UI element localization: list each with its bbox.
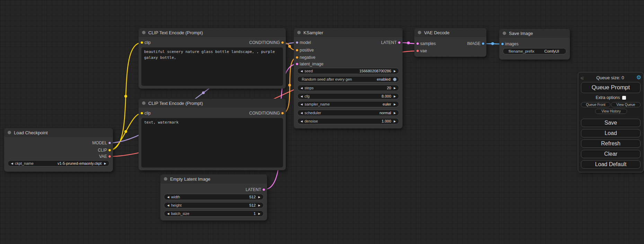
collapse-dot-icon[interactable] [297, 31, 301, 34]
prev-arrow-icon[interactable]: ◀ [300, 103, 303, 106]
seed-widget[interactable]: ◀ seed 156680208700286 ▶ [297, 68, 399, 74]
node-save-image[interactable]: Save Image images filename_prefix ComfyU… [499, 29, 570, 60]
node-title-bar[interactable]: Load Checkpoint [4, 128, 113, 137]
widget-value: 512 [249, 195, 256, 199]
input-slot-model[interactable] [295, 41, 299, 44]
collapse-dot-icon[interactable] [164, 177, 167, 181]
collapse-dot-icon[interactable] [142, 101, 145, 105]
widget-value: 512 [249, 203, 256, 207]
output-row-vae: VAE [4, 153, 113, 160]
output-slot-latent[interactable] [262, 188, 265, 191]
collapse-dot-icon[interactable] [8, 131, 11, 134]
next-arrow-icon[interactable]: ▶ [257, 212, 261, 215]
slot-row: clip CONDITIONING [139, 39, 286, 46]
view-queue-button[interactable]: View Queue [611, 102, 641, 107]
height-widget[interactable]: ◀ height 512 ▶ [164, 202, 264, 208]
prev-arrow-icon[interactable]: ◀ [166, 196, 170, 199]
ckpt-name-widget[interactable]: ◀ ckpt_name v1-5-pruned-emaonly.ckpt ▶ [8, 160, 109, 166]
widget-value: 1.000 [381, 119, 391, 123]
widget-label: steps [305, 86, 314, 90]
collapse-dot-icon[interactable] [503, 31, 506, 35]
node-title-bar[interactable]: VAE Decode [414, 28, 486, 37]
clear-button[interactable]: Clear [581, 150, 641, 158]
next-arrow-icon[interactable]: ▶ [393, 111, 397, 115]
input-slot-negative[interactable] [295, 56, 299, 59]
extra-options-checkbox[interactable] [622, 96, 626, 100]
node-empty-latent-image[interactable]: Empty Latent Image LATENT ◀ width 512 ▶ … [160, 174, 267, 220]
widget-label: height [171, 203, 182, 207]
sampler-name-widget[interactable]: ◀ sampler_name euler ▶ [297, 101, 399, 107]
output-label: MODEL [92, 141, 107, 145]
next-arrow-icon[interactable]: ▶ [393, 70, 397, 73]
load-button[interactable]: Load [581, 129, 641, 137]
node-ksampler[interactable]: KSampler model LATENT positive negative … [294, 28, 403, 128]
save-button[interactable]: Save [581, 119, 641, 127]
toggle-knob-icon[interactable] [393, 78, 397, 81]
output-label: VAE [99, 154, 107, 159]
input-slot-latent-image[interactable] [295, 63, 299, 66]
settings-gear-icon[interactable]: ⚙ [636, 75, 641, 80]
next-arrow-icon[interactable]: ▶ [257, 204, 261, 207]
denoise-widget[interactable]: ◀ denoise 1.000 ▶ [297, 118, 399, 124]
next-arrow-icon[interactable]: ▶ [393, 95, 397, 98]
steps-widget[interactable]: ◀ steps 20 ▶ [297, 85, 399, 91]
input-slot-clip[interactable] [140, 41, 143, 44]
collapse-dot-icon[interactable] [142, 31, 145, 34]
input-slot-positive[interactable] [295, 49, 299, 52]
next-arrow-icon[interactable]: ▶ [257, 196, 261, 199]
queue-front-button[interactable]: Queue Front [581, 102, 610, 107]
node-title-bar[interactable]: CLIP Text Encode (Prompt) [139, 99, 286, 108]
next-arrow-icon[interactable]: ▶ [393, 120, 397, 123]
prev-arrow-icon[interactable]: ◀ [166, 212, 170, 215]
view-history-button[interactable]: View History [595, 109, 627, 114]
prompt-textarea[interactable]: beautiful scenery nature glass bottle la… [141, 47, 283, 86]
node-load-checkpoint[interactable]: Load Checkpoint MODEL CLIP VAE ◀ ckpt_na… [4, 128, 113, 172]
output-slot-vae[interactable] [108, 155, 111, 158]
refresh-button[interactable]: Refresh [581, 139, 641, 148]
node-title-bar[interactable]: CLIP Text Encode (Prompt) [139, 28, 286, 37]
node-clip-text-encode-positive[interactable]: CLIP Text Encode (Prompt) clip CONDITION… [139, 28, 286, 89]
node-title-bar[interactable]: Empty Latent Image [160, 174, 267, 183]
output-slot-model[interactable] [108, 142, 111, 145]
output-row-clip: CLIP [4, 147, 113, 154]
output-label: IMAGE [467, 41, 480, 46]
node-title-bar[interactable]: KSampler [294, 28, 403, 37]
output-slot-latent[interactable] [398, 41, 401, 44]
output-slot-clip[interactable] [108, 149, 111, 152]
load-default-button[interactable]: Load Default [581, 160, 641, 169]
prev-arrow-icon[interactable]: ◀ [300, 120, 303, 123]
node-title: Empty Latent Image [170, 177, 210, 182]
prev-arrow-icon[interactable]: ◀ [300, 70, 303, 73]
node-vae-decode[interactable]: VAE Decode samples IMAGE vae [414, 28, 486, 57]
scheduler-widget[interactable]: ◀ scheduler normal ▶ [297, 110, 399, 116]
width-widget[interactable]: ◀ width 512 ▶ [164, 194, 264, 200]
prev-arrow-icon[interactable]: ◀ [166, 204, 170, 207]
batch-size-widget[interactable]: ◀ batch_size 1 ▶ [164, 210, 264, 217]
input-slot-samples[interactable] [416, 42, 419, 45]
next-arrow-icon[interactable]: ▶ [393, 87, 397, 90]
next-arrow-icon[interactable]: ▶ [103, 162, 107, 165]
prev-arrow-icon[interactable]: ◀ [300, 95, 303, 98]
queue-prompt-button[interactable]: Queue Prompt [581, 82, 641, 93]
prev-arrow-icon[interactable]: ◀ [10, 162, 14, 165]
output-slot-conditioning[interactable] [281, 112, 284, 115]
prev-arrow-icon[interactable]: ◀ [300, 87, 303, 90]
next-arrow-icon[interactable]: ▶ [393, 103, 397, 106]
comfyui-canvas[interactable]: { "nodes": { "load_checkpoint": { "title… [0, 0, 644, 244]
input-slot-images[interactable] [501, 43, 504, 46]
filename-prefix-widget[interactable]: filename_prefix ComfyUI [503, 48, 566, 54]
output-slot-conditioning[interactable] [281, 41, 284, 44]
slot-row: images [499, 40, 570, 47]
cfg-widget[interactable]: ◀ cfg 8.000 ▶ [297, 93, 399, 99]
drag-handle-icon[interactable]: ⩿ [580, 75, 584, 80]
prev-arrow-icon[interactable]: ◀ [300, 111, 303, 115]
input-slot-clip[interactable] [140, 112, 143, 115]
input-label: vae [420, 48, 427, 53]
output-slot-image[interactable] [482, 42, 485, 45]
node-title-bar[interactable]: Save Image [499, 29, 570, 38]
node-clip-text-encode-negative[interactable]: CLIP Text Encode (Prompt) clip CONDITION… [139, 99, 286, 170]
input-slot-vae[interactable] [416, 49, 419, 53]
collapse-dot-icon[interactable] [418, 31, 421, 34]
random-seed-widget[interactable]: Random seed after every gen enabled [297, 76, 399, 82]
prompt-textarea[interactable]: text, watermark [141, 118, 283, 168]
